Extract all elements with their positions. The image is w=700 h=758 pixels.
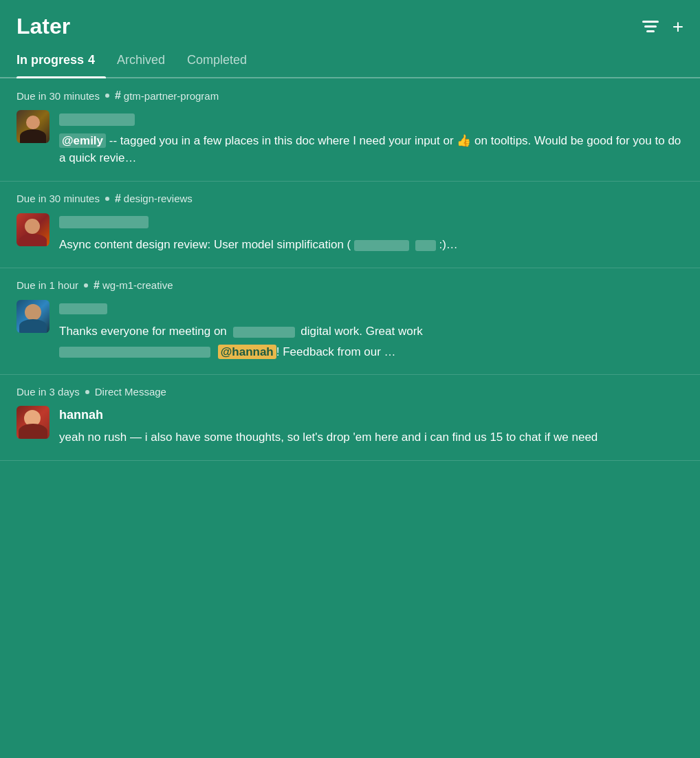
dot-separator xyxy=(84,283,88,288)
list-item[interactable]: Due in 30 minutes # design-reviews Async… xyxy=(0,182,700,268)
filter-icon[interactable] xyxy=(642,21,659,32)
message-text: yeah no rush — i also have some thoughts… xyxy=(59,429,683,446)
tab-archived[interactable]: Archived xyxy=(117,46,176,77)
app-container: Later + In progress4 Archived Completed … xyxy=(0,0,700,461)
message-text: Thanks everyone for meeting on digital w… xyxy=(59,323,683,340)
tab-completed[interactable]: Completed xyxy=(187,46,258,77)
item-body: hannah yeah no rush — i also have some t… xyxy=(17,406,683,446)
dot-separator xyxy=(105,197,109,201)
header: Later + xyxy=(0,0,700,46)
list-item[interactable]: Due in 30 minutes # gtm-partner-program … xyxy=(0,78,700,182)
dot-separator xyxy=(105,94,109,98)
message-text-2: @hannah! Feedback from our … xyxy=(59,343,683,361)
username: hannah xyxy=(59,406,683,424)
avatar xyxy=(17,300,50,333)
list-item[interactable]: Due in 1 hour # wg-m1-creative Thanks ev… xyxy=(0,268,700,376)
item-body: Thanks everyone for meeting on digital w… xyxy=(17,300,683,361)
avatar xyxy=(17,110,50,143)
header-actions: + xyxy=(642,17,683,36)
add-button[interactable]: + xyxy=(672,17,683,36)
message-text: @emily -- tagged you in a few places in … xyxy=(59,132,683,167)
dot-separator xyxy=(85,390,89,394)
message-content: Thanks everyone for meeting on digital w… xyxy=(59,300,683,361)
item-list: Due in 30 minutes # gtm-partner-program … xyxy=(0,78,700,461)
message-text: Async content design review: User model … xyxy=(59,236,683,254)
list-item[interactable]: Due in 3 days Direct Message hannah yeah… xyxy=(0,375,700,461)
tab-in-progress[interactable]: In progress4 xyxy=(17,46,106,77)
avatar xyxy=(17,213,50,246)
item-meta: Due in 1 hour # wg-m1-creative xyxy=(17,279,683,292)
app-title: Later xyxy=(17,14,70,39)
tabs-container: In progress4 Archived Completed xyxy=(0,46,700,78)
avatar xyxy=(17,406,50,439)
message-content: Async content design review: User model … xyxy=(59,213,683,254)
channel-label: # gtm-partner-program xyxy=(115,89,219,102)
message-content: hannah yeah no rush — i also have some t… xyxy=(59,406,683,446)
channel-label: # design-reviews xyxy=(115,193,193,205)
item-meta: Due in 3 days Direct Message xyxy=(17,386,683,398)
item-meta: Due in 30 minutes # gtm-partner-program xyxy=(17,89,683,102)
message-content: @emily -- tagged you in a few places in … xyxy=(59,110,683,167)
item-body: @emily -- tagged you in a few places in … xyxy=(17,110,683,167)
channel-label: # wg-m1-creative xyxy=(94,279,173,292)
item-body: Async content design review: User model … xyxy=(17,213,683,254)
item-meta: Due in 30 minutes # design-reviews xyxy=(17,193,683,205)
